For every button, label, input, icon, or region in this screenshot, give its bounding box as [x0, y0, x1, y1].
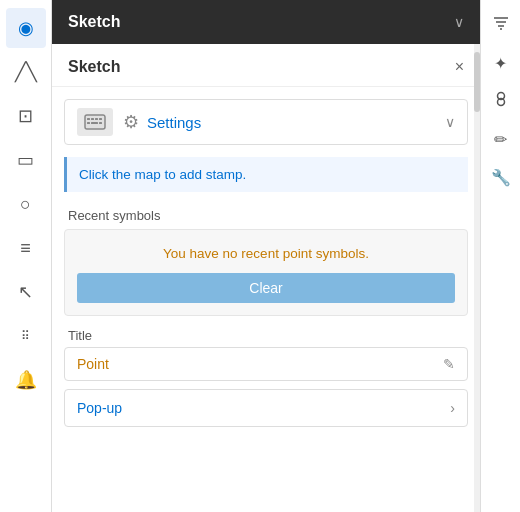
rectangle-icon: ▭ [17, 149, 34, 171]
sidebar-item-rectangle[interactable]: ▭ [6, 140, 46, 180]
right-toolbar-sparkle[interactable]: ✦ [484, 46, 518, 80]
svg-rect-1 [87, 118, 90, 120]
svg-rect-6 [91, 122, 98, 124]
pencil-icon: ✏ [494, 130, 507, 149]
settings-chevron-icon: ∨ [445, 114, 455, 130]
wrench-icon: 🔧 [491, 168, 511, 187]
pin-icon: ◉ [18, 17, 34, 39]
svg-rect-4 [99, 118, 102, 120]
panel-header: Sketch × [52, 44, 480, 87]
sidebar-item-circle[interactable]: ○ [6, 184, 46, 224]
top-bar: Sketch ∨ [52, 0, 480, 44]
top-bar-title: Sketch [68, 13, 120, 31]
title-input-row[interactable]: Point ✎ [64, 347, 468, 381]
panel-close-button[interactable]: × [455, 59, 464, 75]
clear-button[interactable]: Clear [77, 273, 455, 303]
keyboard-icon [77, 108, 113, 136]
right-toolbar-filter[interactable] [484, 8, 518, 42]
right-toolbar-wrench[interactable]: 🔧 [484, 160, 518, 194]
right-toolbar: ✦ ✏ 🔧 [480, 0, 520, 512]
right-toolbar-pencil[interactable]: ✏ [484, 122, 518, 156]
svg-rect-2 [91, 118, 94, 120]
gear-icon: ⚙ [123, 111, 139, 133]
title-value: Point [77, 356, 443, 372]
title-label: Title [64, 328, 468, 343]
popup-label: Pop-up [77, 400, 450, 416]
sidebar-item-text[interactable]: ≡ [6, 228, 46, 268]
circle-icon: ○ [20, 194, 31, 215]
panel-content: ⚙ Settings ∨ Click the map to add stamp.… [52, 87, 480, 512]
settings-row[interactable]: ⚙ Settings ∨ [64, 99, 468, 145]
svg-rect-5 [87, 122, 90, 124]
title-section: Title Point ✎ [52, 328, 480, 389]
right-toolbar-layers[interactable] [484, 84, 518, 118]
sparkle-icon: ✦ [494, 54, 507, 73]
scroll-thumb[interactable] [474, 52, 480, 112]
panel-title: Sketch [68, 58, 120, 76]
left-toolbar: ◉ ╱╲ ⊡ ▭ ○ ≡ ↖ ⠿ 🔔 [0, 0, 52, 512]
sidebar-item-cursor[interactable]: ↖ [6, 272, 46, 312]
top-bar-chevron-icon: ∨ [454, 14, 464, 30]
sidebar-item-bell[interactable]: 🔔 [6, 360, 46, 400]
cursor-icon: ↖ [18, 281, 33, 303]
info-box: Click the map to add stamp. [64, 157, 468, 192]
svg-rect-7 [99, 122, 102, 124]
sidebar-item-pin[interactable]: ◉ [6, 8, 46, 48]
sidebar-item-chart[interactable]: ╱╲ [6, 52, 46, 92]
settings-label: Settings [147, 114, 445, 131]
popup-chevron-icon: › [450, 400, 455, 416]
no-symbols-text: You have no recent point symbols. [163, 246, 369, 261]
sidebar-item-envelope[interactable]: ⊡ [6, 96, 46, 136]
chart-icon: ╱╲ [15, 61, 37, 83]
sketch-panel: Sketch × ⚙ [52, 44, 480, 512]
scroll-track [474, 44, 480, 512]
sidebar-item-dotgrid[interactable]: ⠿ [6, 316, 46, 356]
info-message: Click the map to add stamp. [79, 167, 246, 182]
layers-icon [492, 90, 510, 112]
recent-symbols-box: You have no recent point symbols. Clear [64, 229, 468, 316]
envelope-icon: ⊡ [18, 105, 33, 127]
text-align-icon: ≡ [20, 238, 31, 259]
edit-icon[interactable]: ✎ [443, 356, 455, 372]
dot-grid-icon: ⠿ [21, 329, 30, 343]
recent-symbols-label: Recent symbols [52, 204, 480, 229]
filter-icon [492, 14, 510, 36]
main-area: Sketch ∨ Sketch × [52, 0, 480, 512]
bell-icon: 🔔 [15, 369, 37, 391]
svg-rect-3 [95, 118, 98, 120]
popup-row[interactable]: Pop-up › [64, 389, 468, 427]
